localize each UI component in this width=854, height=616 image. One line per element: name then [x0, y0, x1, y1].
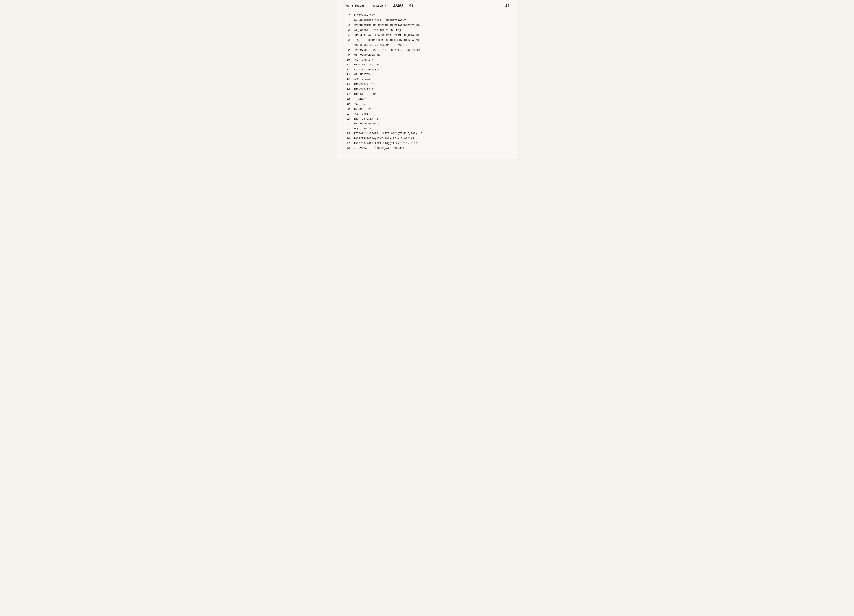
line-number: I	[345, 14, 354, 17]
document-code: 407-3-502.88	[345, 5, 365, 8]
table-row: 6Р.Д. ПОЖАРНЮЮ И ОКРАННЮЮ СИГНАЛИЗАЦИЮ	[345, 38, 509, 43]
line-number: 27	[345, 141, 354, 145]
line-number: 2I	[345, 112, 354, 116]
line-number: I5	[345, 83, 354, 86]
table-row: 4МОЩНОСТЬЮ I50 ТЫС.Т В ГОД	[345, 29, 509, 32]
line-number: I0	[345, 58, 354, 62]
line-number: 7	[345, 43, 354, 47]
table-row: I3ИИ МОНТАЖ ˣ	[345, 73, 509, 77]
table-row: 28К ЧУХМАН БРОНЕЦКАЯ ЧЕКЛЕР	[345, 146, 509, 151]
line-text: ШИO-743-I2 Iˣ	[354, 87, 509, 91]
line-text: ПРЕДПРИЯТИЕ ПО ПОСТАВКАМ МЕТАЛЛОПРОДУКЦИ…	[354, 23, 509, 27]
line-number: I3	[345, 73, 354, 76]
line-text: ШИO-743-2 3ˣ	[354, 82, 509, 87]
line-text: НСБ аупIˣ	[354, 112, 509, 116]
line-number: 3	[345, 24, 354, 27]
line-text: I509/59-7029(AIXI,II6)(TI+K=I,II6)·0,03ˣ	[354, 141, 509, 146]
line-text: К ЧУХМАН БРОНЕЦКАЯ ЧЕКЛЕР	[354, 146, 509, 151]
table-row: I9 III·H9··I·Iˣ	[345, 14, 509, 18]
table-row: 25I7I08I/34-I80I2 (AIXI;082)(TI·K=I,082)…	[345, 132, 509, 135]
table-row: 27I509/59-7029(AIXI,II6)(TI+K=I,II6)·0,0…	[345, 141, 509, 146]
line-text: НСБ · нИOˣ	[354, 78, 509, 82]
table-row: 23ИИ МАТЕРИАЛЬИ ˣ	[345, 122, 509, 126]
line-number: I8	[345, 97, 354, 101]
line-number: I1	[345, 63, 354, 67]
line-number: I4	[345, 78, 354, 81]
document-page: 407-3-502.88 АЛЬБОМ 4 23293 - 04 29 I9 I…	[337, 0, 517, 159]
line-text: НСБ ауп Iˣ	[354, 127, 509, 131]
line-text: HI7=80 H30=8 ˣ	[354, 68, 509, 72]
table-row: 9ИИ ОБОРУДОВАНИЕ ˣ	[345, 53, 509, 57]
line-text: НСБ нСˣ	[354, 102, 509, 106]
line-number: I9	[345, 102, 354, 106]
table-row: I2HI7=80 H30=8 ˣ	[345, 68, 509, 72]
line-text: I7I08I/34-I80I2 (AIXI;082)(TI·K=I,082)· …	[354, 132, 509, 135]
line-text: Р.Д. ПОЖАРНЮЮ И ОКРАННЮЮ СИГНАЛИЗАЦИЮ	[354, 38, 509, 43]
doc-number: 23293 - 04	[393, 4, 413, 8]
line-text: ШИO-775-2/ДИ 3ˣ	[354, 117, 509, 121]
line-number: 4	[345, 29, 354, 32]
line-number: 20	[345, 107, 354, 111]
line-text: 407-3-502.88-СС АЛЬБОМ 7 ЧАСТЬ 2ˣ	[354, 43, 509, 47]
header-left-info: 407-3-502.88 АЛЬБОМ 4 23293 - 04	[345, 4, 413, 8]
line-text: НСБ ауп I ˣ	[354, 58, 509, 62]
line-text: ШИO-54-I2 60ˣ	[354, 92, 509, 96]
main-content: I9 III·H9··I·Iˣ210 МИНЧЕРМЕТ СССР ЧЕРМЕТ…	[345, 14, 509, 150]
table-row: 7407-3-502.88-СС АЛЬБОМ 7 ЧАСТЬ 2ˣ	[345, 43, 509, 47]
line-text: I602/I4-90I40(AIXI·082)(TI+K=I,082)·5ˣ	[354, 137, 509, 141]
page-header: 407-3-502.88 АЛЬБОМ 4 23293 - 04 29	[345, 4, 509, 8]
line-text: 9 III·H9··I·Iˣ	[354, 14, 509, 18]
line-text: ИИ ОБОРУДОВАНИЕ ˣ	[354, 53, 509, 57]
line-number: 22	[345, 117, 354, 121]
line-text: 10 МИНЧЕРМЕТ СССР ЧЕРМЕТПРОЕКТ	[354, 19, 509, 23]
line-number: I2	[345, 68, 354, 71]
table-row: 2IНСБ аупIˣ	[345, 112, 509, 116]
table-row: I4НСБ · нИOˣ	[345, 78, 509, 82]
line-text: ИИ МАТЕРИАЛЬИ ˣ	[354, 122, 509, 126]
table-row: I8HI8=87ˣ	[345, 97, 509, 101]
table-row: I7ШИO-54-I2 60ˣ	[345, 92, 509, 96]
table-row: 20ШБ-599-7·2ˣ	[345, 107, 509, 111]
line-number: 9	[345, 53, 354, 57]
line-text: HI8=87ˣ	[354, 97, 509, 101]
line-text: ШБ-599-7·2ˣ	[354, 107, 509, 111]
line-number: I7	[345, 93, 354, 96]
table-row: I1I504/I2-9I46 2ˣ	[345, 63, 509, 67]
line-number: I6	[345, 88, 354, 91]
page-number: 29	[505, 4, 509, 8]
line-number: 24	[345, 127, 354, 131]
table-row: I0НСБ ауп I ˣ	[345, 58, 509, 62]
line-number: 8	[345, 49, 354, 52]
album-label: АЛЬБОМ 4	[373, 5, 386, 8]
table-row: I5ШИO-743-2 3ˣ	[345, 82, 509, 87]
line-number: 28	[345, 147, 354, 150]
line-text: КОМПЛЕКТНАЯ ТРАНСФОРМАТОРНАЯ ПОДСТАНЦИЯ	[354, 33, 509, 37]
line-number: 6	[345, 38, 354, 42]
table-row: I9НСБ нСˣ	[345, 102, 509, 106]
table-row: 5КОМПЛЕКТНАЯ ТРАНСФОРМАТОРНАЯ ПОДСТАНЦИЯ	[345, 33, 509, 37]
line-number: 5	[345, 33, 354, 37]
line-text: I504/I2-9I46 2ˣ	[354, 63, 509, 67]
line-text: H24=0,38 H26=I3·45 H27=I,2 H28=I,5ˣ	[354, 48, 509, 52]
table-row: I6ШИO-743-I2 Iˣ	[345, 87, 509, 91]
table-row: 22ШИO-775-2/ДИ 3ˣ	[345, 117, 509, 121]
line-number: 23	[345, 122, 354, 126]
table-row: 8H24=0,38 H26=I3·45 H27=I,2 H28=I,5ˣ	[345, 48, 509, 52]
table-row: 26I602/I4-90I40(AIXI·082)(TI+K=I,082)·5ˣ	[345, 137, 509, 141]
line-text: ИИ МОНТАЖ ˣ	[354, 73, 509, 77]
table-row: 3ПРЕДПРИЯТИЕ ПО ПОСТАВКАМ МЕТАЛЛОПРОДУКЦ…	[345, 23, 509, 27]
line-number: 26	[345, 137, 354, 140]
table-row: 24НСБ ауп Iˣ	[345, 127, 509, 131]
line-number: 2	[345, 19, 354, 23]
table-row: 210 МИНЧЕРМЕТ СССР ЧЕРМЕТПРОЕКТ	[345, 19, 509, 23]
line-number: 25	[345, 132, 354, 135]
line-text: МОЩНОСТЬЮ I50 ТЫС.Т В ГОД	[354, 29, 509, 32]
